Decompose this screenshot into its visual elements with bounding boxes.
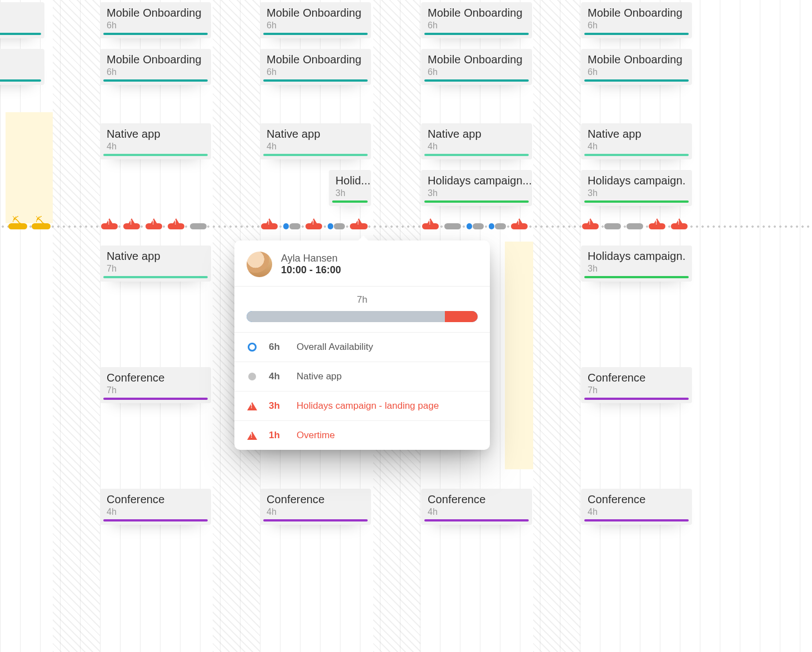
task-card-duration: 6h bbox=[267, 67, 364, 77]
task-card[interactable]: Holid...3h bbox=[329, 170, 371, 206]
availability-pill[interactable] bbox=[190, 223, 207, 229]
task-card[interactable]: Mobile Onboarding6h bbox=[581, 2, 692, 38]
task-card[interactable]: Native app7h bbox=[100, 245, 211, 282]
task-card[interactable]: Mobile Onboarding6h bbox=[421, 2, 532, 38]
task-card[interactable]: Conference4h bbox=[260, 489, 371, 525]
task-card[interactable]: Holidays campaign.3h bbox=[581, 170, 692, 206]
availability-pill[interactable] bbox=[334, 223, 345, 229]
task-card[interactable]: Native app4h bbox=[421, 123, 532, 159]
popover-row-hours: 4h bbox=[269, 371, 285, 382]
task-card-colorbar bbox=[0, 33, 41, 35]
task-card-duration: 7h bbox=[107, 385, 204, 395]
availability-pill[interactable] bbox=[328, 223, 333, 229]
availability-pill[interactable]: ⛏ bbox=[32, 223, 51, 229]
availability-pill[interactable] bbox=[283, 223, 289, 229]
task-card[interactable]: Conference4h bbox=[421, 489, 532, 525]
schedule-board[interactable]: oarding6hoarding6hMobile Onboarding6hMob… bbox=[0, 0, 812, 652]
availability-pill[interactable] bbox=[604, 223, 621, 229]
task-card-title: Holid... bbox=[335, 174, 364, 187]
task-card[interactable]: Conference7h bbox=[100, 367, 211, 403]
availability-pill[interactable] bbox=[671, 223, 688, 229]
task-card[interactable]: Mobile Onboarding6h bbox=[100, 49, 211, 85]
availability-pill[interactable]: ⛏ bbox=[8, 223, 27, 229]
task-card-colorbar bbox=[263, 154, 368, 156]
availability-pill[interactable] bbox=[511, 223, 528, 229]
task-card-title: oarding bbox=[0, 7, 38, 19]
task-card-title: Mobile Onboarding bbox=[588, 53, 685, 66]
warning-icon bbox=[171, 218, 181, 227]
task-card[interactable]: Mobile Onboarding6h bbox=[260, 2, 371, 38]
task-card[interactable]: Native app4h bbox=[260, 123, 371, 159]
task-card-colorbar bbox=[103, 79, 208, 82]
task-card-colorbar bbox=[584, 276, 689, 278]
availability-pill[interactable] bbox=[422, 223, 439, 229]
task-card[interactable]: Mobile Onboarding6h bbox=[260, 49, 371, 85]
task-card[interactable]: Conference4h bbox=[581, 489, 692, 525]
task-card-duration: 6h bbox=[588, 21, 685, 31]
availability-pill[interactable] bbox=[626, 223, 643, 229]
task-card-duration: 4h bbox=[588, 507, 685, 517]
warning-icon bbox=[585, 218, 595, 227]
popover-breakdown-row[interactable]: 1hOvertime bbox=[234, 420, 490, 450]
task-card[interactable]: Mobile Onboarding6h bbox=[421, 49, 532, 85]
worker-icon: ⛏ bbox=[12, 215, 23, 227]
task-card[interactable]: Native app4h bbox=[581, 123, 692, 159]
task-card-title: Mobile Onboarding bbox=[267, 7, 364, 19]
task-card[interactable]: Native app4h bbox=[100, 123, 211, 159]
task-card-colorbar bbox=[263, 79, 368, 82]
person-availability-popover[interactable]: Ayla Hansen 10:00 - 16:00 7h 6hOverall A… bbox=[234, 240, 490, 450]
availability-pill[interactable] bbox=[146, 223, 162, 229]
task-card[interactable]: Mobile Onboarding6h bbox=[581, 49, 692, 85]
availability-pill[interactable] bbox=[123, 223, 140, 229]
task-card[interactable]: Conference7h bbox=[581, 367, 692, 403]
task-card-duration: 4h bbox=[267, 142, 364, 152]
task-card-title: Mobile Onboarding bbox=[428, 53, 525, 66]
warning-icon bbox=[425, 218, 435, 227]
popover-breakdown-row[interactable]: 3hHolidays campaign - landing page bbox=[234, 391, 490, 420]
availability-pill[interactable] bbox=[495, 223, 506, 229]
availability-pill[interactable] bbox=[473, 223, 484, 229]
task-card-title: Native app bbox=[588, 128, 685, 141]
weekend-hatch bbox=[53, 0, 100, 652]
task-card-title: Native app bbox=[107, 128, 204, 141]
availability-pill[interactable] bbox=[649, 223, 665, 229]
task-card-title: Holidays campaign. bbox=[588, 174, 685, 187]
task-card-colorbar bbox=[584, 33, 689, 35]
task-card-title: Conference bbox=[107, 493, 204, 506]
task-card-title: Conference bbox=[107, 372, 204, 384]
task-card-colorbar bbox=[584, 79, 689, 82]
availability-pill[interactable] bbox=[489, 223, 494, 229]
task-card-title: Conference bbox=[428, 493, 525, 506]
task-card-duration: 4h bbox=[107, 142, 204, 152]
task-card[interactable]: Mobile Onboarding6h bbox=[100, 2, 211, 38]
task-card[interactable]: Conference4h bbox=[100, 489, 211, 525]
popover-breakdown-row[interactable]: 6hOverall Availability bbox=[234, 333, 490, 362]
availability-pill[interactable] bbox=[582, 223, 599, 229]
task-card-duration: 4h bbox=[588, 142, 685, 152]
availability-pill[interactable] bbox=[101, 223, 118, 229]
task-card-duration: 6h bbox=[428, 21, 525, 31]
popover-row-label: Overall Availability bbox=[297, 342, 373, 353]
task-card-duration: 6h bbox=[107, 21, 204, 31]
availability-pill[interactable] bbox=[305, 223, 322, 229]
worker-icon: ⛏ bbox=[36, 215, 47, 227]
task-card[interactable]: oarding6h bbox=[0, 2, 44, 38]
task-card-duration: 3h bbox=[588, 264, 685, 274]
popover-breakdown-row[interactable]: 4hNative app bbox=[234, 362, 490, 391]
availability-pill[interactable] bbox=[168, 223, 184, 229]
vacation-highlight bbox=[6, 112, 53, 223]
warning-icon bbox=[652, 218, 662, 227]
task-card-colorbar bbox=[263, 33, 368, 35]
task-card[interactable]: Holidays campaign.3h bbox=[581, 245, 692, 282]
task-card[interactable]: oarding6h bbox=[0, 49, 44, 85]
task-card-duration: 6h bbox=[0, 21, 38, 31]
task-card-title: Conference bbox=[588, 493, 685, 506]
availability-pill[interactable] bbox=[261, 223, 278, 229]
availability-pill[interactable] bbox=[444, 223, 461, 229]
availability-pill[interactable] bbox=[289, 223, 300, 229]
task-card-title: Native app bbox=[107, 250, 204, 263]
availability-pill[interactable] bbox=[350, 223, 368, 229]
task-card[interactable]: Holidays campaign...3h bbox=[421, 170, 532, 206]
availability-pill[interactable] bbox=[467, 223, 472, 229]
task-card-colorbar bbox=[584, 519, 689, 521]
